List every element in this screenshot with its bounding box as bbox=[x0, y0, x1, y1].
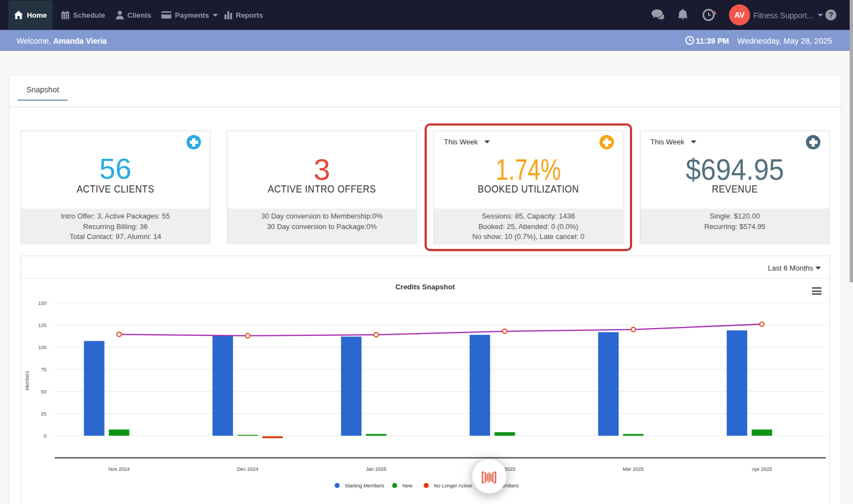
svg-text:Dec 2024: Dec 2024 bbox=[237, 466, 259, 472]
svg-text:125: 125 bbox=[38, 323, 46, 328]
svg-text:100: 100 bbox=[38, 345, 46, 350]
svg-text:75: 75 bbox=[41, 367, 46, 372]
svg-text:Nov 2024: Nov 2024 bbox=[108, 466, 130, 472]
svg-text:No Longer Active: No Longer Active bbox=[434, 483, 472, 489]
svg-text:New: New bbox=[402, 483, 413, 489]
svg-text:Mar 2025: Mar 2025 bbox=[623, 466, 644, 472]
svg-text:Starting Members: Starting Members bbox=[345, 483, 385, 489]
svg-text:Members: Members bbox=[24, 371, 30, 390]
svg-text:25: 25 bbox=[41, 411, 46, 417]
svg-text:50: 50 bbox=[41, 389, 46, 394]
svg-text:Jan 2025: Jan 2025 bbox=[366, 466, 386, 472]
svg-text:0: 0 bbox=[44, 433, 46, 439]
svg-text:150: 150 bbox=[38, 300, 46, 306]
svg-text:Apr 2025: Apr 2025 bbox=[752, 466, 772, 472]
